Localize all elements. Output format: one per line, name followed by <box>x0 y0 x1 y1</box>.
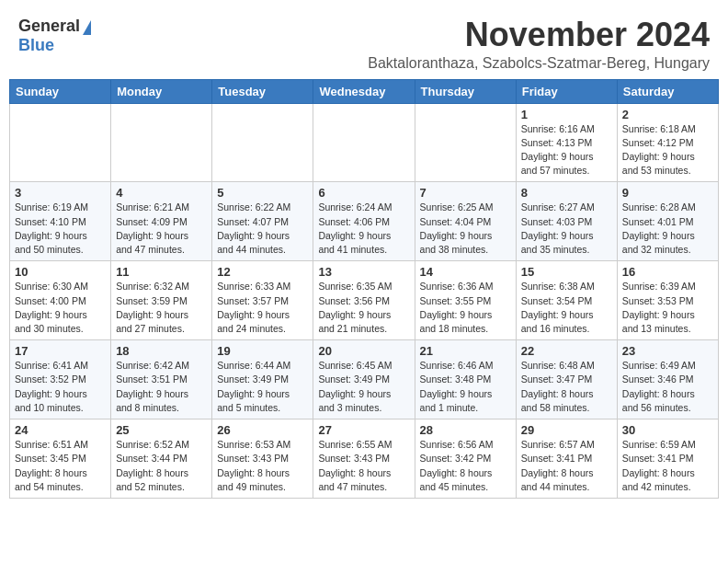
sun-info-line: and 56 minutes. <box>622 402 691 413</box>
sun-info-line: Sunrise: 6:21 AM <box>116 201 189 213</box>
sun-info-line: Daylight: 8 hours <box>15 467 87 478</box>
sun-info-line: Daylight: 9 hours <box>217 388 290 399</box>
calendar-day-21: 21Sunrise: 6:46 AMSunset: 3:48 PMDayligh… <box>415 340 516 419</box>
logo-general-text: General <box>18 17 80 36</box>
sun-info-line: Sunset: 3:43 PM <box>217 453 289 464</box>
sun-info-line: Daylight: 9 hours <box>116 309 188 320</box>
sun-info-line: Daylight: 9 hours <box>622 309 695 320</box>
sun-info-line: Daylight: 9 hours <box>217 230 290 241</box>
calendar-day-15: 15Sunrise: 6:38 AMSunset: 3:54 PMDayligh… <box>516 261 617 340</box>
day-number: 29 <box>521 423 612 437</box>
calendar-day-3: 3Sunrise: 6:19 AMSunset: 4:10 PMDaylight… <box>10 182 111 261</box>
sun-info-line: and 24 minutes. <box>217 323 286 334</box>
sun-info: Sunrise: 6:53 AMSunset: 3:43 PMDaylight:… <box>217 438 308 494</box>
day-number: 17 <box>15 344 106 358</box>
sun-info-line: Daylight: 9 hours <box>420 230 493 241</box>
sun-info-line: and 42 minutes. <box>622 481 691 492</box>
sun-info-line: Sunrise: 6:33 AM <box>217 281 290 292</box>
weekday-header-wednesday: Wednesday <box>313 79 415 103</box>
day-number: 19 <box>217 344 308 358</box>
calendar-day-11: 11Sunrise: 6:32 AMSunset: 3:59 PMDayligh… <box>111 261 212 340</box>
sun-info: Sunrise: 6:28 AMSunset: 4:01 PMDaylight:… <box>622 201 713 257</box>
day-number: 6 <box>318 186 409 200</box>
sun-info-line: and 44 minutes. <box>217 244 286 255</box>
sun-info-line: Sunset: 3:59 PM <box>116 295 188 306</box>
calendar-day-28: 28Sunrise: 6:56 AMSunset: 3:42 PMDayligh… <box>415 419 516 499</box>
sun-info-line: Sunrise: 6:22 AM <box>217 201 290 213</box>
sun-info: Sunrise: 6:41 AMSunset: 3:52 PMDaylight:… <box>15 359 106 415</box>
sun-info-line: Sunset: 3:42 PM <box>420 453 492 464</box>
sun-info-line: Sunrise: 6:57 AM <box>521 439 595 450</box>
sun-info: Sunrise: 6:56 AMSunset: 3:42 PMDaylight:… <box>420 438 511 494</box>
sun-info-line: Sunset: 3:48 PM <box>420 373 492 385</box>
sun-info-line: Sunset: 3:41 PM <box>521 453 593 464</box>
day-number: 22 <box>521 344 612 358</box>
sun-info: Sunrise: 6:49 AMSunset: 3:46 PMDaylight:… <box>622 359 713 415</box>
sun-info-line: Daylight: 9 hours <box>521 309 594 320</box>
calendar-week-row: 1Sunrise: 6:16 AMSunset: 4:13 PMDaylight… <box>10 103 719 182</box>
sun-info-line: and 13 minutes. <box>622 323 691 334</box>
sun-info-line: Daylight: 9 hours <box>116 230 188 241</box>
sun-info: Sunrise: 6:21 AMSunset: 4:09 PMDaylight:… <box>116 201 207 257</box>
calendar-day-7: 7Sunrise: 6:25 AMSunset: 4:04 PMDaylight… <box>415 182 516 261</box>
calendar-day-12: 12Sunrise: 6:33 AMSunset: 3:57 PMDayligh… <box>212 261 313 340</box>
sun-info-line: Sunrise: 6:19 AM <box>15 201 88 213</box>
weekday-header-thursday: Thursday <box>415 79 516 103</box>
calendar-day-13: 13Sunrise: 6:35 AMSunset: 3:56 PMDayligh… <box>313 261 415 340</box>
location-subtitle: Baktaloranthaza, Szabolcs-Szatmar-Bereg,… <box>368 55 710 72</box>
day-number: 18 <box>116 344 207 358</box>
sun-info: Sunrise: 6:55 AMSunset: 3:43 PMDaylight:… <box>318 438 409 494</box>
day-number: 7 <box>420 186 511 200</box>
sun-info: Sunrise: 6:30 AMSunset: 4:00 PMDaylight:… <box>15 280 106 336</box>
calendar-day-10: 10Sunrise: 6:30 AMSunset: 4:00 PMDayligh… <box>10 261 111 340</box>
day-number: 28 <box>420 423 511 437</box>
calendar-day-25: 25Sunrise: 6:52 AMSunset: 3:44 PMDayligh… <box>111 419 212 499</box>
sun-info-line: Sunrise: 6:46 AM <box>420 360 494 371</box>
day-number: 12 <box>217 265 308 279</box>
calendar-day-20: 20Sunrise: 6:45 AMSunset: 3:49 PMDayligh… <box>313 340 415 419</box>
calendar-day-empty <box>10 103 111 182</box>
sun-info-line: Sunrise: 6:45 AM <box>318 360 392 371</box>
sun-info-line: Sunrise: 6:48 AM <box>521 360 595 371</box>
sun-info-line: and 8 minutes. <box>116 402 179 413</box>
sun-info-line: and 50 minutes. <box>15 244 84 255</box>
sun-info: Sunrise: 6:39 AMSunset: 3:53 PMDaylight:… <box>622 280 713 336</box>
day-number: 13 <box>318 265 409 279</box>
day-number: 27 <box>318 423 409 437</box>
calendar-week-row: 3Sunrise: 6:19 AMSunset: 4:10 PMDaylight… <box>10 182 719 261</box>
calendar-table: SundayMondayTuesdayWednesdayThursdayFrid… <box>9 79 719 499</box>
sun-info-line: and 16 minutes. <box>521 323 590 334</box>
sun-info-line: Sunset: 4:06 PM <box>318 216 390 227</box>
sun-info: Sunrise: 6:22 AMSunset: 4:07 PMDaylight:… <box>217 201 308 257</box>
sun-info-line: and 1 minute. <box>420 402 479 413</box>
sun-info-line: and 57 minutes. <box>521 165 590 176</box>
sun-info-line: Daylight: 9 hours <box>420 309 493 320</box>
sun-info-line: Sunrise: 6:39 AM <box>622 281 696 292</box>
day-number: 21 <box>420 344 511 358</box>
calendar-day-18: 18Sunrise: 6:42 AMSunset: 3:51 PMDayligh… <box>111 340 212 419</box>
sun-info-line: and 47 minutes. <box>318 481 387 492</box>
calendar-day-30: 30Sunrise: 6:59 AMSunset: 3:41 PMDayligh… <box>617 419 718 499</box>
sun-info-line: and 41 minutes. <box>318 244 387 255</box>
calendar-day-empty <box>415 103 516 182</box>
weekday-header-monday: Monday <box>111 79 212 103</box>
calendar-day-empty <box>111 103 212 182</box>
logo: General Blue <box>18 17 91 55</box>
sun-info-line: Sunset: 4:01 PM <box>622 216 694 227</box>
sun-info-line: Sunrise: 6:16 AM <box>521 123 595 134</box>
weekday-header-row: SundayMondayTuesdayWednesdayThursdayFrid… <box>10 79 719 103</box>
day-number: 3 <box>15 186 106 200</box>
sun-info: Sunrise: 6:46 AMSunset: 3:48 PMDaylight:… <box>420 359 511 415</box>
sun-info-line: Daylight: 9 hours <box>217 309 290 320</box>
sun-info-line: Sunset: 4:07 PM <box>217 216 289 227</box>
day-number: 16 <box>622 265 713 279</box>
sun-info-line: and 54 minutes. <box>15 481 84 492</box>
sun-info-line: Daylight: 8 hours <box>622 467 695 478</box>
sun-info-line: Sunset: 3:45 PM <box>15 453 86 464</box>
calendar-week-row: 17Sunrise: 6:41 AMSunset: 3:52 PMDayligh… <box>10 340 719 419</box>
sun-info-line: Sunrise: 6:55 AM <box>318 439 392 450</box>
sun-info: Sunrise: 6:25 AMSunset: 4:04 PMDaylight:… <box>420 201 511 257</box>
sun-info-line: Daylight: 9 hours <box>521 230 594 241</box>
sun-info-line: Sunrise: 6:44 AM <box>217 360 290 371</box>
sun-info-line: Sunrise: 6:24 AM <box>318 201 392 213</box>
